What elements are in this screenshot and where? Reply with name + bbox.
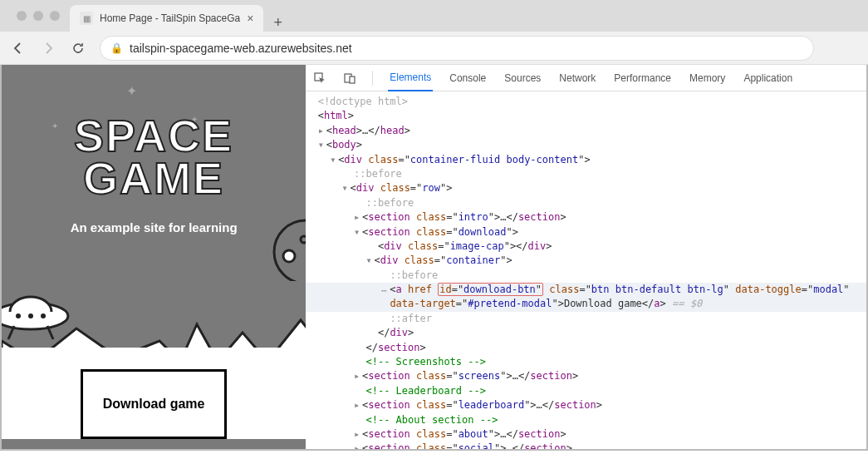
devtools-panel: Elements Console Sources Network Perform… (306, 65, 866, 449)
content-area: ✦ ✦ ✦ SPACEGAME An example site for lear… (0, 65, 868, 451)
favicon-icon: ▦ (80, 12, 93, 25)
dom-node[interactable]: ▾<div class="row"> (306, 181, 866, 195)
lock-icon: 🔒 (110, 42, 123, 54)
browser-tab[interactable]: ▦ Home Page - TailSpin SpaceGa × (70, 5, 263, 32)
browser-chrome: ▦ Home Page - TailSpin SpaceGa × + 🔒 tai… (0, 0, 868, 65)
dom-selected-node[interactable]: ⋯ <a href id="download-btn" class="btn b… (306, 283, 866, 297)
dom-pseudo[interactable]: ::before (306, 196, 866, 210)
tab-console[interactable]: Console (448, 66, 488, 91)
dom-pseudo[interactable]: ::before (306, 269, 866, 283)
elements-tree[interactable]: <!doctype html> <html> ▸<head>…</head> ▾… (306, 91, 866, 449)
dom-node[interactable]: ▾<div class="container"> (306, 254, 866, 268)
tab-elements[interactable]: Elements (388, 65, 433, 91)
dom-node[interactable]: ▾<body> (306, 138, 866, 152)
minimize-window-icon[interactable] (33, 11, 43, 21)
close-tab-icon[interactable]: × (247, 12, 253, 25)
tab-performance[interactable]: Performance (612, 66, 673, 91)
dom-selected-node[interactable]: data-target="#pretend-modal">Download ga… (306, 297, 866, 311)
svg-rect-11 (350, 76, 355, 83)
svg-point-1 (283, 250, 295, 262)
address-bar[interactable]: 🔒 tailspin-spacegame-web.azurewebsites.n… (100, 36, 814, 61)
dom-node[interactable]: ▾<div class="container-fluid body-conten… (306, 153, 866, 167)
dom-node[interactable]: <div class="image-cap"></div> (306, 239, 866, 254)
hero-section: SPACEGAME An example site for learning (2, 65, 306, 234)
maximize-window-icon[interactable] (50, 11, 60, 21)
dom-node[interactable]: <html> (306, 109, 866, 123)
dom-node[interactable]: </section> (306, 341, 866, 355)
tab-memory[interactable]: Memory (688, 66, 727, 91)
divider (372, 71, 373, 86)
forward-button[interactable] (40, 40, 56, 57)
devtools-tabs: Elements Console Sources Network Perform… (306, 65, 866, 91)
dom-pseudo[interactable]: ::after (306, 312, 866, 326)
dom-node[interactable]: ▸<section class="leaderboard">…</section… (306, 398, 866, 412)
inspect-element-icon[interactable] (312, 71, 327, 86)
dom-node[interactable]: ▸<section class="about">…</section> (306, 427, 866, 442)
tab-application[interactable]: Application (742, 66, 794, 91)
download-game-button[interactable]: Download game (81, 369, 228, 439)
dom-comment[interactable]: <!-- About section --> (306, 413, 866, 427)
page-title: SPACEGAME (2, 115, 306, 200)
dom-comment[interactable]: <!-- Screenshots --> (306, 355, 866, 369)
close-window-icon[interactable] (17, 11, 27, 21)
page-subtitle: An example site for learning (2, 220, 306, 234)
dom-node[interactable]: ▸<section class="social">…</section> (306, 442, 866, 449)
window-controls[interactable] (7, 0, 70, 32)
tab-network[interactable]: Network (557, 66, 597, 91)
reload-button[interactable] (70, 40, 86, 57)
dom-pseudo[interactable]: ::before (306, 167, 866, 181)
dom-doctype[interactable]: <!doctype html> (306, 95, 866, 109)
dom-node[interactable]: ▸<head>…</head> (306, 124, 866, 138)
ellipsis-icon[interactable]: ⋯ (381, 284, 387, 298)
dom-node[interactable]: ▸<section class="screens">…</section> (306, 369, 866, 383)
dom-node[interactable]: </div> (306, 326, 866, 340)
dom-comment[interactable]: <!-- Leaderboard --> (306, 384, 866, 398)
tab-title: Home Page - TailSpin SpaceGa (100, 12, 240, 24)
new-tab-button[interactable]: + (263, 14, 292, 32)
device-toolbar-icon[interactable] (342, 71, 357, 86)
dom-node[interactable]: ▾<section class="download"> (306, 225, 866, 239)
back-button[interactable] (10, 40, 27, 57)
tab-sources[interactable]: Sources (503, 66, 542, 91)
download-section: Download game (2, 348, 306, 439)
dom-node[interactable]: ▸<section class="intro">…</section> (306, 210, 866, 225)
url-text: tailspin-spacegame-web.azurewebsites.net (130, 42, 352, 55)
tab-strip: ▦ Home Page - TailSpin SpaceGa × + (0, 0, 868, 32)
webpage-viewport: ✦ ✦ ✦ SPACEGAME An example site for lear… (2, 65, 306, 449)
browser-toolbar: 🔒 tailspin-spacegame-web.azurewebsites.n… (0, 32, 868, 65)
